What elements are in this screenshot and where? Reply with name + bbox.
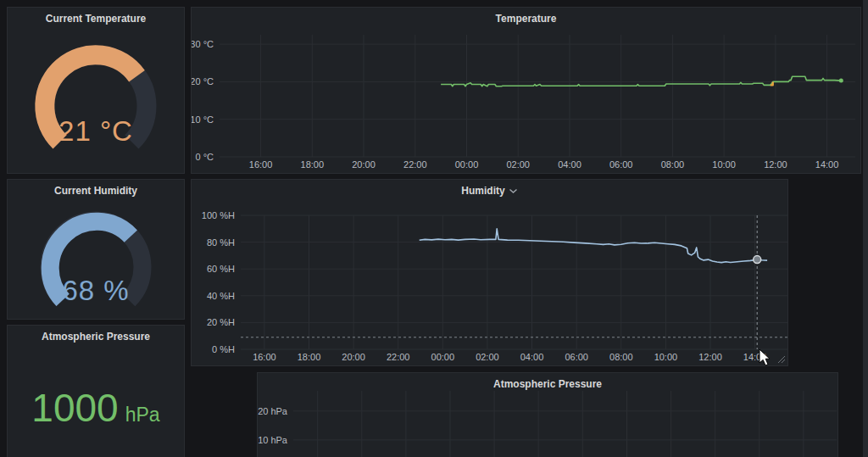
- svg-text:08:00: 08:00: [609, 352, 633, 362]
- pressure-stat-unit: hPa: [125, 404, 160, 426]
- panel-current-temperature: Current Temperature 21 °C: [7, 7, 185, 174]
- svg-text:12:00: 12:00: [764, 159, 787, 170]
- panel-title-text: Current Humidity: [54, 185, 137, 197]
- panel-title-current-temperature[interactable]: Current Temperature: [8, 8, 184, 30]
- pressure-stat-number: 1000: [31, 386, 118, 430]
- svg-text:100 %H: 100 %H: [202, 210, 235, 220]
- panel-title-text: Current Temperature: [46, 13, 146, 25]
- panel-title-text: Temperature: [496, 13, 557, 25]
- svg-text:00:00: 00:00: [455, 159, 479, 170]
- svg-text:00:00: 00:00: [431, 352, 455, 362]
- panel-current-humidity: Current Humidity 68 %: [7, 179, 185, 320]
- svg-text:12:00: 12:00: [698, 352, 722, 362]
- svg-text:40 %H: 40 %H: [207, 291, 235, 301]
- svg-text:20 °C: 20 °C: [192, 76, 214, 86]
- svg-text:18:00: 18:00: [301, 159, 325, 170]
- svg-text:0 °C: 0 °C: [195, 152, 214, 162]
- temperature-gauge-value: 21 °C: [8, 115, 184, 148]
- pressure-stat-value: 1000hPa: [8, 385, 184, 431]
- svg-text:20:00: 20:00: [342, 352, 365, 362]
- humidity-gauge-value: 68 %: [8, 275, 184, 307]
- svg-text:20:00: 20:00: [352, 159, 376, 170]
- svg-text:0 %H: 0 %H: [212, 344, 235, 354]
- svg-text:60 %H: 60 %H: [207, 264, 235, 274]
- svg-text:10:00: 10:00: [654, 352, 678, 362]
- humidity-gauge: 68 %: [8, 202, 184, 319]
- grafana-dashboard: Current Temperature 21 °C Current Humidi…: [0, 0, 868, 457]
- svg-text:22:00: 22:00: [387, 352, 410, 362]
- svg-text:14:00: 14:00: [815, 159, 839, 170]
- temperature-chart[interactable]: 16:0018:0020:0022:0000:0002:0004:0006:00…: [192, 8, 861, 174]
- svg-text:10:00: 10:00: [712, 159, 736, 170]
- panel-title-text: Atmospheric Pressure: [493, 378, 602, 390]
- panel-temperature-chart: Temperature 16:0018:0020:0022:0000:0002:…: [191, 7, 861, 174]
- panel-title-temperature-chart[interactable]: Temperature: [192, 8, 860, 30]
- panel-title-pressure-chart[interactable]: Atmospheric Pressure: [258, 373, 837, 395]
- temperature-gauge: 21 °C: [8, 30, 184, 173]
- svg-text:02:00: 02:00: [476, 352, 499, 362]
- svg-text:16:00: 16:00: [249, 159, 273, 170]
- scrollbar[interactable]: [863, 0, 868, 457]
- panel-title-pressure-stat[interactable]: Atmospheric Pressure: [8, 326, 184, 348]
- svg-text:1010 hPa: 1010 hPa: [258, 435, 288, 445]
- panel-title-text: Atmospheric Pressure: [42, 331, 150, 343]
- panel-resize-handle[interactable]: [777, 355, 786, 364]
- svg-text:06:00: 06:00: [609, 159, 633, 170]
- svg-text:30 °C: 30 °C: [192, 39, 214, 49]
- humidity-chart[interactable]: 16:0018:0020:0022:0000:0002:0004:0006:00…: [192, 180, 788, 366]
- chevron-down-icon: [509, 188, 518, 194]
- svg-text:04:00: 04:00: [558, 159, 581, 170]
- svg-text:14:00: 14:00: [743, 352, 767, 362]
- svg-text:18:00: 18:00: [298, 352, 321, 362]
- svg-text:20 %H: 20 %H: [207, 317, 235, 327]
- svg-text:08:00: 08:00: [661, 159, 685, 170]
- panel-title-current-humidity[interactable]: Current Humidity: [8, 180, 184, 202]
- temperature-gauge-arc: [22, 30, 170, 169]
- svg-text:80 %H: 80 %H: [207, 237, 235, 248]
- svg-text:02:00: 02:00: [506, 159, 530, 170]
- svg-text:1020 hPa: 1020 hPa: [258, 406, 288, 416]
- panel-pressure-stat: Atmospheric Pressure 1000hPa: [7, 325, 185, 457]
- svg-text:16:00: 16:00: [253, 352, 276, 362]
- panel-humidity-chart: Humidity 16:0018:0020:0022:0000:0002:000…: [191, 179, 788, 366]
- svg-text:04:00: 04:00: [520, 352, 544, 362]
- svg-text:06:00: 06:00: [565, 352, 588, 362]
- svg-text:22:00: 22:00: [403, 159, 427, 170]
- panel-pressure-chart: Atmospheric Pressure 1020 hPa1010 hPa: [257, 372, 838, 457]
- svg-text:10 °C: 10 °C: [192, 114, 214, 125]
- panel-title-humidity-chart[interactable]: Humidity: [192, 180, 787, 202]
- panel-title-text: Humidity: [461, 185, 504, 197]
